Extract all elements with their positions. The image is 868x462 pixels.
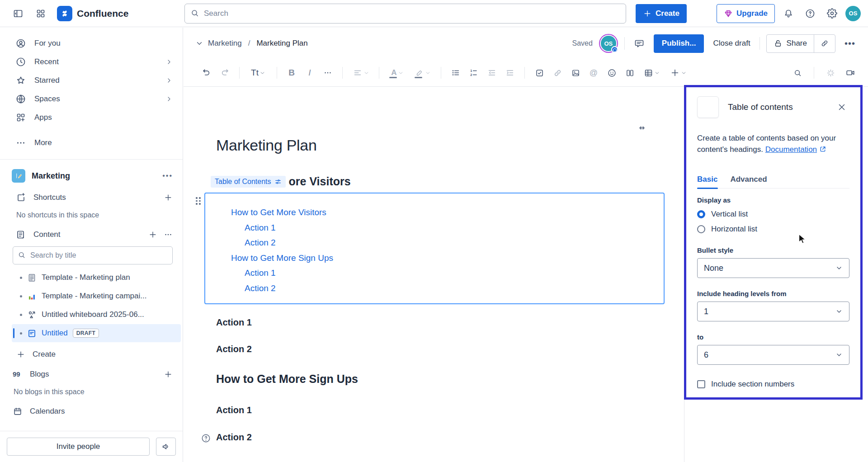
- insert-link-button[interactable]: [550, 65, 565, 80]
- breadcrumb-page[interactable]: Marketing Plan: [256, 39, 307, 48]
- section-numbers-row[interactable]: Include section numbers: [697, 380, 849, 389]
- tree-item-untitled-whiteboard[interactable]: Untitled whiteboard 2025-06...: [12, 306, 181, 324]
- toc-link[interactable]: How to Get More Sign Ups: [231, 250, 664, 266]
- outdent-button[interactable]: [484, 65, 500, 80]
- body-heading[interactable]: Action 1: [216, 405, 252, 415]
- sidebar-item-more[interactable]: More: [0, 133, 183, 152]
- insert-more-button[interactable]: [666, 65, 690, 80]
- tree-item-template-marketing-plan[interactable]: Template - Marketing plan: [12, 269, 181, 287]
- publish-button[interactable]: Publish...: [654, 34, 704, 53]
- body-heading[interactable]: Action 2: [216, 344, 252, 354]
- partially-hidden-heading[interactable]: ore Visitors: [289, 175, 351, 188]
- italic-button[interactable]: I: [302, 65, 317, 80]
- emoji-button[interactable]: [604, 65, 619, 80]
- help-button[interactable]: [802, 5, 818, 22]
- content-more-icon[interactable]: [164, 230, 173, 239]
- search-by-title-input[interactable]: [13, 246, 173, 264]
- space-header-marketing[interactable]: Marketing •••: [0, 165, 183, 187]
- radio-vertical-list[interactable]: Vertical list: [697, 210, 849, 219]
- sidebar-item-apps[interactable]: Apps: [0, 108, 183, 127]
- redo-button[interactable]: [217, 65, 232, 80]
- body-heading[interactable]: How to Get More Sign Ups: [216, 372, 358, 386]
- plus-icon: [670, 68, 680, 78]
- collaborator-avatar[interactable]: OS: [601, 36, 616, 51]
- add-content-icon[interactable]: [148, 230, 157, 239]
- body-heading[interactable]: Action 2: [216, 432, 252, 443]
- tree-item-untitled-draft[interactable]: Untitled DRAFT: [12, 324, 181, 342]
- heading-from-select[interactable]: 1: [697, 302, 849, 321]
- add-blog-icon[interactable]: [164, 370, 173, 379]
- table-button[interactable]: [640, 65, 664, 80]
- feedback-button[interactable]: [156, 438, 176, 456]
- upgrade-button[interactable]: Upgrade: [717, 4, 775, 23]
- documentation-link[interactable]: Documentation: [765, 145, 817, 154]
- invite-people-button[interactable]: Invite people: [7, 438, 150, 456]
- breadcrumb-space[interactable]: Marketing: [208, 39, 242, 48]
- sidebar-section-shortcuts[interactable]: Shortcuts: [0, 188, 183, 207]
- user-avatar[interactable]: OS: [845, 6, 861, 21]
- close-draft-button[interactable]: Close draft: [710, 39, 753, 48]
- toc-link[interactable]: How to Get More Visitors: [231, 205, 664, 220]
- ai-loading-button[interactable]: [823, 65, 838, 80]
- globe-icon: [15, 94, 26, 104]
- sidebar-create-page[interactable]: Create: [0, 345, 183, 363]
- chevron-down-icon[interactable]: [195, 39, 203, 47]
- highlight-color-button[interactable]: [411, 65, 434, 80]
- tree-item-template-marketing-campaign[interactable]: Template - Marketing campai...: [12, 287, 181, 305]
- sidebar-item-for-you[interactable]: For you: [0, 34, 183, 52]
- sidebar-section-content[interactable]: Content: [0, 225, 183, 244]
- text-format-more-button[interactable]: [320, 65, 335, 80]
- document-canvas[interactable]: Marketing Plan Table of Contents ore Vis…: [184, 87, 684, 462]
- share-button[interactable]: Share: [767, 35, 814, 52]
- insert-image-button[interactable]: [568, 65, 583, 80]
- editor-help-icon[interactable]: [201, 433, 211, 443]
- notifications-button[interactable]: [780, 5, 797, 22]
- toc-link[interactable]: Action 2: [231, 281, 664, 296]
- tab-basic[interactable]: Basic: [697, 175, 717, 184]
- sidebar-item-spaces[interactable]: Spaces: [0, 90, 183, 108]
- toc-link[interactable]: Action 1: [231, 220, 664, 236]
- text-style-button[interactable]: Tt: [246, 65, 270, 80]
- bullet-style-select[interactable]: None: [697, 258, 849, 278]
- layouts-button[interactable]: [622, 65, 637, 80]
- toc-link[interactable]: Action 1: [231, 265, 664, 281]
- collapse-sidebar-button[interactable]: [10, 5, 26, 22]
- more-actions-button[interactable]: •••: [842, 38, 858, 49]
- add-shortcut-icon[interactable]: [164, 193, 173, 202]
- space-more-icon[interactable]: •••: [162, 172, 173, 180]
- bullet-list-button[interactable]: [448, 65, 463, 80]
- toggle-width-icon[interactable]: [636, 122, 648, 134]
- close-panel-button[interactable]: [834, 99, 849, 115]
- toc-link[interactable]: Action 2: [231, 235, 664, 250]
- settings-button[interactable]: [824, 5, 840, 22]
- sidebar-section-calendars[interactable]: Calendars: [0, 402, 183, 420]
- tab-advanced[interactable]: Advanced: [730, 175, 767, 184]
- copy-link-button[interactable]: [814, 35, 835, 52]
- numbered-list-button[interactable]: 12: [466, 65, 481, 80]
- record-video-button[interactable]: [843, 65, 858, 80]
- undo-button[interactable]: [199, 65, 214, 80]
- toc-macro-block[interactable]: How to Get More Visitors Action 1 Action…: [204, 193, 665, 304]
- body-heading[interactable]: Action 1: [216, 317, 252, 328]
- confluence-logo[interactable]: Confluence: [57, 6, 128, 21]
- page-title[interactable]: Marketing Plan: [216, 137, 317, 154]
- heading-to-select[interactable]: 6: [697, 345, 849, 365]
- text-color-button[interactable]: A: [386, 65, 409, 80]
- bold-button[interactable]: B: [284, 65, 299, 80]
- align-button[interactable]: [349, 65, 372, 80]
- radio-horizontal-list[interactable]: Horizontal list: [697, 225, 849, 234]
- indent-button[interactable]: [502, 65, 518, 80]
- sidebar-item-starred[interactable]: Starred: [0, 71, 183, 90]
- sidebar-item-recent[interactable]: Recent: [0, 52, 183, 71]
- table-of-contents-chip[interactable]: Table of Contents: [211, 176, 286, 188]
- app-switcher-button[interactable]: [33, 5, 49, 22]
- content-icon: [15, 229, 26, 240]
- sidebar-section-blogs[interactable]: 99 Blogs: [0, 365, 183, 383]
- search-input[interactable]: [184, 4, 626, 24]
- mention-button[interactable]: @: [586, 65, 601, 80]
- task-list-button[interactable]: [532, 65, 547, 80]
- drag-handle[interactable]: [196, 197, 201, 205]
- create-button[interactable]: Create: [636, 4, 687, 23]
- comments-button[interactable]: [631, 35, 647, 52]
- find-replace-button[interactable]: [790, 65, 805, 80]
